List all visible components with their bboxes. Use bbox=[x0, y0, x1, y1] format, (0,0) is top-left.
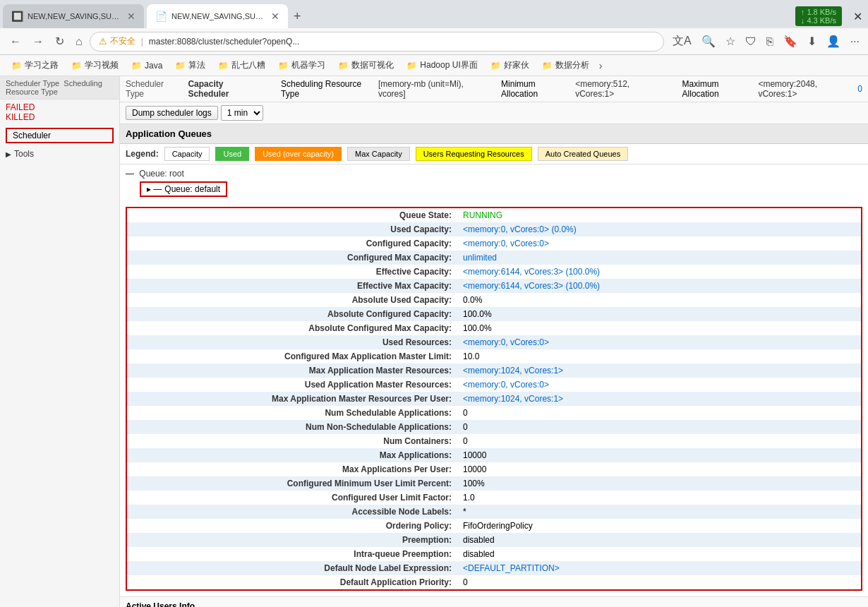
details-value-4: <memory:6144, vCores:3> (100.0%) bbox=[457, 265, 861, 279]
details-label-18: Max Applications Per User: bbox=[127, 462, 457, 476]
tools-label: Tools bbox=[14, 149, 34, 159]
browser-close-button[interactable]: ✕ bbox=[848, 10, 868, 23]
resource-label: Scheduling Resource Type bbox=[281, 79, 364, 99]
tab-2-icon: 📄 bbox=[155, 11, 167, 22]
details-row-21: Accessible Node Labels:* bbox=[127, 505, 861, 519]
details-row-11: Max Application Master Resources:<memory… bbox=[127, 363, 861, 378]
details-label-14: Num Schedulable Applications: bbox=[127, 406, 457, 420]
bookmark-java[interactable]: 📁 Java bbox=[126, 59, 168, 72]
details-row-5: Effective Max Capacity:<memory:6144, vCo… bbox=[127, 279, 861, 293]
home-button[interactable]: ⌂ bbox=[71, 32, 87, 51]
details-label-2: Configured Capacity: bbox=[127, 236, 457, 251]
address-bar[interactable]: ⚠ 不安全 | master:8088/cluster/scheduler?op… bbox=[90, 32, 664, 52]
details-label-22: Ordering Policy: bbox=[127, 519, 457, 533]
bookmark-hadoop-ui[interactable]: 📁 Hadoop UI界面 bbox=[401, 58, 483, 73]
folder-icon: 📁 bbox=[11, 61, 22, 71]
shield-button[interactable]: 🛡 bbox=[742, 32, 759, 50]
details-label-8: Absolute Configured Max Capacity: bbox=[127, 321, 457, 335]
forward-button[interactable]: → bbox=[28, 32, 48, 51]
failed-killed-link[interactable]: FAILED KILLED bbox=[6, 102, 35, 122]
bookmark-dataviz[interactable]: 📁 数据可视化 bbox=[332, 58, 399, 73]
details-label-21: Accessible Node Labels: bbox=[127, 505, 457, 519]
details-row-24: Intra-queue Preemption:disabled bbox=[127, 547, 861, 561]
resource-value: [memory-mb (unit=Mi), vcores] bbox=[378, 79, 473, 99]
tab-2[interactable]: 📄 NEW,NEW_SAVING,SUBMITTED/ ✕ bbox=[147, 4, 288, 28]
details-value-18: 10000 bbox=[457, 462, 861, 476]
legend-over-capacity-item: Used (over capacity) bbox=[255, 147, 342, 161]
tab-1-label: NEW,NEW_SAVING,SUBMITTED... bbox=[28, 12, 121, 20]
details-value-15: 0 bbox=[457, 420, 861, 434]
bookmark-learning-path[interactable]: 📁 学习之路 bbox=[6, 58, 64, 73]
bookmark-algorithm[interactable]: 📁 算法 bbox=[169, 58, 211, 73]
app-queues-title: Application Queues bbox=[126, 128, 212, 139]
details-row-2: Configured Capacity:<memory:0, vCores:0> bbox=[127, 236, 861, 251]
share-button[interactable]: ⎘ bbox=[764, 32, 776, 50]
bookmarks-bar: 📁 学习之路 📁 学习视频 📁 Java 📁 算法 📁 乱七八糟 📁 机器学习 … bbox=[0, 55, 868, 76]
details-label-0: Queue State: bbox=[127, 208, 457, 222]
queue-root-label: Queue: root bbox=[139, 169, 183, 179]
legend-users-item: Users Requesting Resources bbox=[416, 147, 532, 161]
dump-bar: Dump scheduler logs 1 min bbox=[120, 102, 868, 124]
back-button[interactable]: ← bbox=[6, 32, 25, 51]
menu-button[interactable]: ··· bbox=[848, 32, 862, 50]
legend-over-box: Used (over capacity) bbox=[255, 147, 342, 161]
active-users-label: Active Users Info bbox=[126, 601, 195, 607]
security-warning-text: 不安全 bbox=[110, 35, 135, 47]
scheduler-link[interactable]: Scheduler bbox=[6, 128, 114, 143]
favorites-button[interactable]: ☆ bbox=[723, 32, 738, 50]
search-button[interactable]: 🔍 bbox=[699, 32, 718, 50]
queue-root-expand-icon[interactable]: — bbox=[126, 169, 134, 179]
dump-scheduler-logs-button[interactable]: Dump scheduler logs bbox=[126, 106, 218, 120]
details-row-8: Absolute Configured Max Capacity:100.0% bbox=[127, 321, 861, 335]
max-alloc-value: <memory:2048, vCores:1> bbox=[758, 79, 840, 99]
bookmark-partners[interactable]: 📁 好家伙 bbox=[485, 58, 535, 73]
queue-tree: — Queue: root ▸ — Queue: default bbox=[120, 164, 868, 201]
tab-1-close[interactable]: ✕ bbox=[127, 11, 135, 22]
bookmark-data-analysis[interactable]: 📁 数据分析 bbox=[536, 58, 595, 73]
speed-indicator: ↑ 1.8 KB/s ↓ 4.3 KB/s bbox=[795, 6, 842, 26]
refresh-button[interactable]: ↻ bbox=[51, 32, 68, 51]
bookmarks-more-button[interactable]: › bbox=[596, 60, 605, 71]
bookmark-misc[interactable]: 📁 乱七八糟 bbox=[212, 58, 271, 73]
details-value-23: disabled bbox=[457, 533, 861, 547]
tab-1[interactable]: 🔲 NEW,NEW_SAVING,SUBMITTED... ✕ bbox=[3, 4, 144, 28]
tab-2-close[interactable]: ✕ bbox=[271, 11, 279, 22]
legend-capacity-box: Capacity bbox=[164, 147, 210, 161]
details-value-5: <memory:6144, vCores:3> (100.0%) bbox=[457, 279, 861, 293]
bookmark-learning-video[interactable]: 📁 学习视频 bbox=[66, 58, 124, 73]
details-label-6: Absolute Used Capacity: bbox=[127, 293, 457, 307]
details-row-16: Num Containers:0 bbox=[127, 434, 861, 448]
details-value-8: 100.0% bbox=[457, 321, 861, 335]
details-row-17: Max Applications:10000 bbox=[127, 448, 861, 462]
bookmark-ml[interactable]: 📁 机器学习 bbox=[272, 58, 331, 73]
max-alloc-link[interactable]: 0 bbox=[857, 84, 862, 94]
legend-used-item: Used bbox=[215, 147, 249, 161]
details-value-24: disabled bbox=[457, 547, 861, 561]
profile-button[interactable]: 👤 bbox=[824, 32, 843, 50]
details-value-12: <memory:0, vCores:0> bbox=[457, 378, 861, 392]
tools-section[interactable]: ▶ Tools bbox=[0, 146, 119, 162]
details-value-20: 1.0 bbox=[457, 491, 861, 505]
queue-root-item[interactable]: — Queue: root bbox=[123, 167, 865, 180]
address-text: master:8088/cluster/scheduler?openQ... bbox=[149, 37, 655, 47]
queue-default-item[interactable]: ▸ — Queue: default bbox=[137, 180, 865, 198]
details-label-9: Used Resources: bbox=[127, 335, 457, 349]
details-row-22: Ordering Policy:FifoOrderingPolicy bbox=[127, 519, 861, 533]
sidebar-failed-killed[interactable]: FAILED KILLED bbox=[0, 100, 119, 125]
details-value-3: unlimited bbox=[457, 251, 861, 265]
queue-default-box[interactable]: ▸ — Queue: default bbox=[140, 181, 227, 197]
bookmark-button[interactable]: 🔖 bbox=[780, 32, 800, 50]
download-button[interactable]: ⬇ bbox=[804, 32, 819, 50]
translate-button[interactable]: 文A bbox=[670, 32, 694, 50]
interval-select[interactable]: 1 min bbox=[221, 105, 263, 121]
details-label-20: Configured User Limit Factor: bbox=[127, 491, 457, 505]
details-label-25: Default Node Label Expression: bbox=[127, 561, 457, 575]
details-value-13: <memory:1024, vCores:1> bbox=[457, 392, 861, 406]
security-warning-icon: ⚠ bbox=[99, 36, 107, 47]
details-row-25: Default Node Label Expression:<DEFAULT_P… bbox=[127, 561, 861, 575]
details-value-7: 100.0% bbox=[457, 307, 861, 321]
new-tab-button[interactable]: + bbox=[288, 6, 307, 27]
details-label-4: Effective Capacity: bbox=[127, 265, 457, 279]
queue-details-panel: Queue State:RUNNINGUsed Capacity:<memory… bbox=[126, 207, 862, 591]
details-label-24: Intra-queue Preemption: bbox=[127, 547, 457, 561]
